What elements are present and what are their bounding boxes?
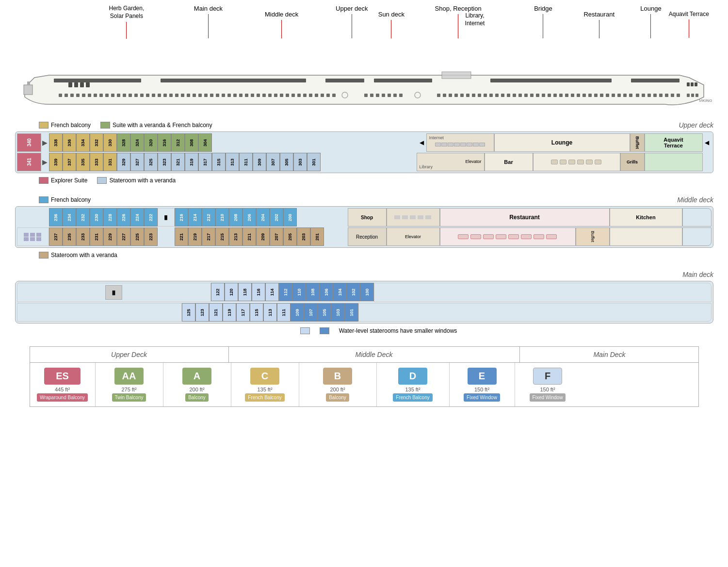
svg-rect-47: [251, 94, 254, 97]
upper-deck-section: French balcony Suite with a veranda & Fr…: [10, 121, 718, 184]
left-grid: [24, 233, 42, 241]
summary-name-es: Wraparound Balcony: [37, 393, 88, 402]
legend-suite-veranda: Suite with a veranda & French balcony: [100, 122, 212, 129]
cabin-114: 114: [265, 283, 279, 301]
legend-label-suite: Suite with a veranda & French balcony: [113, 122, 212, 129]
svg-rect-63: [364, 94, 368, 97]
legend-color-explorer: [39, 177, 49, 184]
svg-rect-74: [454, 94, 458, 97]
cabin-315: 315: [212, 153, 226, 171]
cabin-234: 234: [63, 208, 76, 227]
cabin-340: 340: [17, 133, 41, 152]
svg-rect-14: [59, 94, 62, 97]
cabin-231: 231: [90, 227, 103, 246]
svg-rect-33: [169, 94, 173, 97]
cabin-317: 317: [198, 153, 212, 171]
svg-rect-76: [466, 94, 469, 97]
main-top-cabins: 122 120 118 116 114 112 110 108 106 104 …: [211, 283, 374, 302]
svg-rect-111: [671, 94, 674, 97]
upper-facilities-top: ◀ Internet: [418, 133, 712, 152]
lounge-tables: [551, 160, 602, 164]
svg-rect-68: [393, 94, 397, 97]
summary-header-middle: Middle Deck: [229, 347, 520, 362]
cabin-305: 305: [280, 153, 293, 171]
cabin-312: 312: [171, 133, 185, 152]
cabin-229: 229: [103, 227, 117, 246]
cabin-334: 334: [76, 133, 90, 152]
label-main-deck: Main deck: [194, 5, 223, 38]
svg-rect-13: [695, 82, 697, 86]
elevator-middle: Elevator: [387, 227, 440, 246]
cabin-120: 120: [225, 283, 238, 301]
svg-rect-80: [489, 94, 493, 97]
cabin-217: 217: [202, 227, 215, 246]
svg-rect-41: [216, 94, 219, 97]
svg-rect-81: [495, 94, 499, 97]
svg-rect-20: [94, 94, 97, 97]
legend-color-suite: [100, 122, 110, 129]
svg-rect-110: [665, 94, 668, 97]
middle-facilities-top: Shop Restaurant Kitchen: [348, 208, 712, 227]
main-deck-plan: ▐▌ 122 120 118 116 114 112 110 108 106 1…: [15, 281, 713, 324]
cabin-123: 123: [195, 303, 209, 322]
svg-rect-5: [161, 79, 306, 82]
upper-top-cabins: 338 336 334 332 330 328 324 320 316 312 …: [49, 133, 418, 152]
cabin-108: 108: [306, 283, 320, 301]
summary-type-a: A: [194, 371, 200, 382]
cabin-210: 210: [215, 208, 229, 227]
main-deck-section: Main deck ▐▌ 122 120 118 116 114 112 11: [10, 271, 718, 334]
arrow-right-bottom: ▶: [41, 153, 49, 171]
legend-color-water-light: [300, 327, 310, 334]
svg-rect-96: [582, 94, 586, 97]
ship-labels-area: Herb Garden, Solar Panels Main deck Midd…: [10, 5, 718, 58]
svg-rect-113: [687, 94, 690, 97]
svg-rect-91: [553, 94, 557, 97]
svg-rect-65: [376, 94, 379, 97]
svg-rect-15: [65, 94, 68, 97]
arrow-right-top: ▶: [41, 133, 49, 152]
middle-gap-1: ▐▌: [158, 208, 175, 227]
svg-rect-86: [524, 94, 528, 97]
svg-rect-115: [696, 94, 698, 97]
cabin-233: 233: [76, 227, 90, 246]
svg-rect-49: [262, 94, 266, 97]
cabin-303: 303: [293, 153, 307, 171]
summary-table: Upper Deck Middle Deck Main Deck ES 445 …: [30, 346, 699, 407]
shop-area: Shop: [348, 208, 387, 227]
svg-rect-60: [326, 94, 330, 97]
restaurant-grid: [458, 234, 558, 239]
svg-rect-16: [70, 94, 74, 97]
middle-deck-legend: French balcony Middle deck: [39, 196, 718, 204]
upper-deck-plan: 340 ▶ 338 336 334 332 330 328 324 320 31…: [15, 131, 713, 173]
summary-sqft-b: 200 ft²: [330, 387, 345, 392]
kitchen-area: Kitchen: [610, 208, 682, 227]
cabin-201: 201: [310, 227, 324, 246]
summary-name-d: French Balcony: [393, 393, 432, 402]
cabin-121: 121: [209, 303, 223, 322]
svg-rect-102: [617, 94, 621, 97]
legend-label-french-middle: French balcony: [51, 196, 91, 203]
cabin-104: 104: [333, 283, 347, 301]
svg-rect-107: [647, 94, 651, 97]
svg-rect-44: [233, 94, 237, 97]
cabin-230: 230: [90, 208, 103, 227]
cabin-203: 203: [297, 227, 310, 246]
summary-header-upper: Upper Deck: [30, 347, 229, 362]
svg-rect-35: [181, 94, 184, 97]
svg-rect-42: [222, 94, 225, 97]
summary-badge-es: ES: [44, 368, 81, 385]
svg-rect-84: [513, 94, 516, 97]
label-middle-deck: Middle deck: [265, 11, 298, 38]
svg-rect-17: [76, 94, 80, 97]
svg-rect-38: [198, 94, 202, 97]
cabin-112: 112: [279, 283, 292, 301]
cabin-236: 236: [49, 208, 63, 227]
cabin-320: 320: [144, 133, 158, 152]
legend-color-french-balcony: [39, 122, 49, 129]
cabin-207: 207: [270, 227, 283, 246]
legend-french-balcony-middle: French balcony: [39, 196, 91, 203]
lounge-area-bottom: [533, 153, 620, 171]
middle-facilities-bottom: Reception Elevator: [348, 227, 712, 246]
cabin-116: 116: [252, 283, 265, 301]
cabin-235: 235: [63, 227, 76, 246]
